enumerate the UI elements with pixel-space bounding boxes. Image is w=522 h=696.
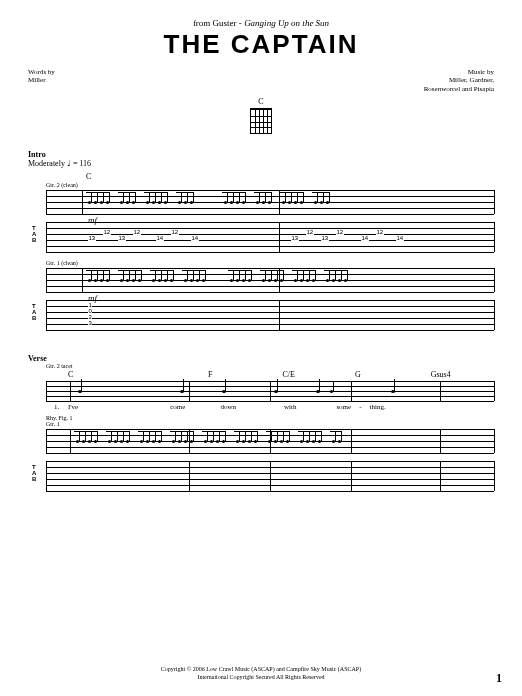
tempo-marking: Moderately ♩ = 116 [28,159,494,168]
words-credit: Words by Miller [28,68,55,93]
lyric-word: thing. [370,403,386,411]
music-by-2: Rosenworcel and Pisapia [424,85,494,93]
gtr1-label: Gtr. 1 [46,421,494,427]
note-icon [78,390,82,393]
chord-grid-icon [250,108,272,134]
copyright-line-1: Copyright © 2006 Low Crawl Music (ASCAP)… [0,666,522,674]
song-title: THE CAPTAIN [28,29,494,60]
intro-label: Intro [28,150,494,159]
gtr1-label: Gtr. 1 (clean) [46,260,494,266]
tab-staff: T A B 13 12 13 12 14 12 14 13 12 13 12 1… [46,222,494,252]
notes-row [46,190,494,214]
tab-staff: T A B 1 0 2 3 [46,300,494,330]
chord-diagram-c: C [28,97,494,134]
note-icon [180,390,184,393]
lyrics-row: 1. I've come down with some - thing. [54,403,494,411]
tab-marker: T A B [32,303,36,321]
sheet-music-page: from Guster - Ganging Up on the Sun THE … [0,0,522,696]
tab-numbers: 1 0 2 3 [46,300,494,330]
chord-c: C [68,370,88,379]
notes-row [46,429,494,453]
staff-notation [46,429,494,453]
from-line: from Guster - Ganging Up on the Sun [28,18,494,28]
from-prefix: from Guster - [193,18,244,28]
staff-notation: mf [46,268,494,292]
lyric-word: I've [68,403,78,411]
tab-numbers: 13 12 13 12 14 12 14 13 12 13 12 14 12 1… [46,222,494,252]
copyright-line-2: International Copyright Secured All Righ… [0,674,522,682]
music-credit: Music by Miller, Gardner, Rosenworcel an… [424,68,494,93]
words-label: Words by [28,68,55,76]
lyric-word: come [170,403,185,411]
gtr2-label: Gtr. 2 (clean) [46,182,494,188]
lyric-word: down [220,403,236,411]
note-icon [330,390,333,393]
chord-c-e: C/E [282,370,294,379]
note-icon [316,390,320,393]
words-by: Miller [28,76,55,84]
credits: Words by Miller Music by Miller, Gardner… [28,68,494,93]
album-name: Ganging Up on the Sun [244,18,329,28]
vocal-staff [46,381,494,401]
note-icon [222,390,226,393]
tab-marker: T A B [32,225,36,243]
page-number: 1 [496,671,502,686]
verse-chords-row: C F C/E G Gsus4 [68,370,494,379]
tab-staff: T A B [46,461,494,491]
chord-name: C [28,97,494,106]
tab-marker: T A B [32,464,36,482]
notes-row [46,268,494,292]
lyric-word: with [284,403,296,411]
music-label: Music by [424,68,494,76]
note-icon [274,390,278,393]
gtr2-tacet: Gtr. 2 tacet [46,363,494,369]
chord-gsus4: Gsus4 [431,370,451,379]
vocal-notes [46,381,494,401]
note-icon [391,390,395,393]
intro-gtr2-system: C Gtr. 2 (clean) mf [28,172,494,252]
copyright-footer: Copyright © 2006 Low Crawl Music (ASCAP)… [0,666,522,682]
staff-notation: mf [46,190,494,214]
verse-label: Verse [28,354,494,363]
intro-gtr1-system: Gtr. 1 (clean) mf [28,260,494,330]
lyric-word: some [336,403,351,411]
chord-c: C [86,172,494,181]
music-by-1: Miller, Gardner, [424,76,494,84]
lyric-num: 1. [54,403,68,411]
